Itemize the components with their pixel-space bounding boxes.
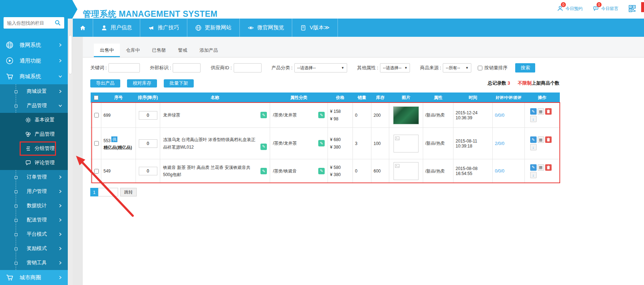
nav-item-label: 微官网预览 [257, 24, 284, 31]
source-select[interactable]: --所有-- ▼ [443, 63, 471, 72]
page-jump-button[interactable]: 跳转 [120, 188, 137, 196]
download-icon[interactable]: ↓ [530, 116, 537, 122]
nav-user-info[interactable]: 用户信息 [93, 19, 140, 37]
download-icon[interactable]: ↓ [530, 144, 537, 150]
delete-icon[interactable] [545, 136, 552, 143]
edit-icon[interactable]: ✎ [530, 136, 537, 143]
caret-down-icon: ▼ [404, 66, 407, 70]
broken-product-image[interactable] [394, 162, 419, 180]
page-jump-input[interactable] [98, 188, 118, 196]
broken-product-image[interactable] [394, 135, 419, 152]
col-reviews: 好评/中评/差评 [493, 92, 525, 103]
edit-icon[interactable]: ✎ [530, 108, 537, 115]
row-checkbox[interactable] [94, 141, 99, 146]
today-booking-label: 今日预约 [566, 6, 583, 12]
sidebar-item-product-mgmt-sub[interactable]: 产品管理 [0, 127, 68, 141]
sidebar-scrollbar[interactable] [68, 0, 73, 285]
sidebar-item-general-functions[interactable]: 通用功能 [0, 53, 68, 69]
edit-category-icon[interactable]: ✎ [318, 140, 325, 146]
search-button[interactable] [51, 17, 64, 29]
sidebar-item-mall-settings[interactable]: 商城设置 [0, 84, 68, 99]
edit-name-icon[interactable]: ✎ [260, 168, 267, 174]
nav-item-label: 推广技巧 [158, 24, 179, 31]
chevron-right-icon [58, 246, 63, 251]
sort-by-sales-label: 按销量排序 [484, 65, 507, 71]
sidebar-item-product-mgmt[interactable]: 产品管理 [0, 99, 68, 113]
nav-site-preview[interactable]: 微官网预览 [240, 19, 292, 37]
scrollbar-thumb[interactable] [69, 35, 72, 74]
sidebar-item-data-stats[interactable]: 数据统计 [0, 199, 68, 213]
sidebar-item-basic-settings[interactable]: 基本设置 [0, 113, 68, 127]
tab-add-product[interactable]: 添加产品 [193, 44, 224, 57]
qr-grid-icon[interactable]: ▦ [538, 164, 544, 171]
product-image[interactable] [393, 106, 419, 124]
reviews-link[interactable]: 2/0/0 [495, 141, 504, 146]
sidebar-item-city-mall[interactable]: 城市商圈 [0, 270, 68, 285]
category-select-value: --请选择-- [297, 65, 316, 71]
check-stock-button[interactable]: 校对库存 [127, 79, 157, 88]
sidebar-item-label: 配送管理 [27, 217, 58, 223]
sort-order-input[interactable] [139, 139, 157, 148]
edit-category-icon[interactable]: ✎ [318, 112, 325, 118]
sidebar-item-micro-site[interactable]: 微网系统 [0, 37, 68, 53]
today-booking[interactable]: 0 今日预约 [557, 5, 583, 12]
edit-category-icon[interactable]: ✎ [318, 168, 325, 174]
caret-down-icon: ▼ [465, 66, 468, 70]
created-time: 10:39:18 [456, 144, 490, 149]
qr-grid-icon[interactable]: ▦ [538, 136, 544, 143]
edit-name-icon[interactable]: ✎ [260, 112, 267, 118]
sidebar-item-reward-mode[interactable]: 奖励模式 [0, 241, 68, 256]
row-checkbox[interactable] [94, 169, 99, 174]
sort-order-input[interactable] [139, 167, 157, 175]
created-date: 2015-08-08 [456, 166, 490, 171]
header-actions: 0 今日预约 0 今日留言 [557, 5, 636, 12]
keyword-label: 关键词 : [90, 65, 107, 71]
nav-promotion-tips[interactable]: 推广技巧 [140, 19, 187, 37]
external-id-input[interactable] [173, 63, 201, 72]
nav-version[interactable]: V版本≫ [292, 19, 338, 37]
select-all-checkbox[interactable] [94, 95, 98, 100]
sidebar-item-delivery-mgmt[interactable]: 配送管理 [0, 213, 68, 227]
today-message[interactable]: 0 今日留言 [593, 5, 618, 12]
category-select[interactable]: --请选择-- ▼ [294, 63, 347, 72]
product-category: /茶类/龙井茶 [273, 111, 316, 119]
edit-name-icon[interactable]: ✎ [260, 144, 267, 150]
sidebar-item-marketing-tools[interactable]: 营销工具 [0, 256, 68, 270]
search-input[interactable] [4, 17, 51, 29]
batch-offshelf-button[interactable]: 批量下架 [164, 79, 194, 88]
tab-alert[interactable]: 警戒 [172, 44, 193, 57]
attribute-select[interactable]: --请选择-- ▼ [380, 63, 410, 72]
sort-by-sales-checkbox[interactable] [478, 66, 482, 70]
reviews-link[interactable]: 0/0/0 [495, 113, 504, 118]
edit-icon[interactable]: ✎ [530, 164, 537, 171]
chevron-right-icon [58, 89, 63, 94]
sidebar-item-user-mgmt[interactable]: 用户管理 [0, 184, 68, 199]
qr-icon[interactable] [628, 5, 636, 12]
row-checkbox[interactable] [94, 113, 99, 118]
col-sales: 销量 [353, 92, 371, 103]
page-number[interactable]: 1 [90, 188, 98, 196]
tab-sold-out[interactable]: 已售罄 [146, 44, 172, 57]
delete-icon[interactable] [545, 108, 552, 115]
globe-icon [6, 41, 14, 49]
export-products-button[interactable]: 导出产品 [90, 79, 120, 88]
price-current: ¥ 98 [330, 115, 350, 122]
sidebar-item-order-mgmt[interactable]: 订单管理 [0, 170, 68, 184]
nav-update-microsite[interactable]: 更新微网站 [187, 19, 240, 37]
filter-search-button[interactable]: 搜索 [515, 63, 535, 72]
source-label: 商品来源 : [420, 65, 441, 71]
sidebar-item-mall-system[interactable]: 商城系统 [0, 69, 68, 84]
tab-in-warehouse[interactable]: 仓库中 [120, 44, 146, 57]
sidebar-item-group-mgmt[interactable]: 分组管理 [0, 141, 68, 156]
qr-grid-icon[interactable]: ▦ [538, 108, 544, 115]
keyword-input[interactable] [108, 63, 140, 72]
delete-icon[interactable] [545, 164, 552, 171]
sidebar-item-platform-mode[interactable]: 平台模式 [0, 227, 68, 241]
nav-home[interactable] [73, 19, 93, 37]
download-icon[interactable]: ↓ [530, 172, 537, 178]
sort-order-input[interactable] [139, 111, 157, 120]
supplier-id-input[interactable] [234, 63, 262, 72]
tab-selling[interactable]: 出售中 [94, 44, 120, 57]
reviews-link[interactable]: 0/0/0 [495, 169, 504, 174]
sidebar-item-comment-mgmt[interactable]: 评论管理 [0, 156, 68, 170]
